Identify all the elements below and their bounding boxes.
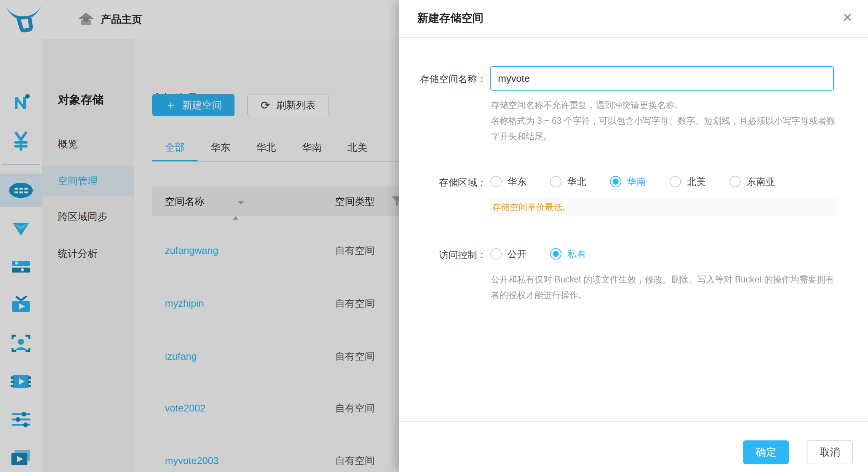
radio-public-label[interactable]: 公开 (507, 248, 527, 260)
access-help: 公开和私有仅对 Bucket 的读文件生效，修改、删除、写入等对 Bucket … (491, 272, 839, 303)
region-radio-group: 华东 华北 华南 北美 东南亚 (490, 175, 799, 188)
bucket-name-label: 存储空间名称： (417, 73, 487, 85)
region-price-note: 存储空间单价最低。 (490, 198, 836, 216)
radio-east-china-label[interactable]: 华东 (507, 175, 527, 188)
create-bucket-drawer: 新建存储空间 ✕ 存储空间名称： 存储空间名称不允许重复，遇到冲突请更换名称。 … (399, 0, 868, 472)
region-label: 存储区域： (417, 176, 487, 189)
radio-private[interactable] (550, 248, 562, 260)
drawer-footer: 确定 取消 (399, 421, 868, 472)
access-label: 访问控制： (417, 249, 487, 261)
bucket-name-input[interactable] (490, 66, 834, 91)
cancel-button[interactable]: 取消 (807, 440, 853, 464)
bucket-name-help-line1: 存储空间名称不允许重复，遇到冲突请更换名称。 (491, 97, 838, 113)
radio-southeast-asia-label[interactable]: 东南亚 (747, 175, 775, 188)
close-icon[interactable]: ✕ (838, 8, 857, 27)
drawer-header: 新建存储空间 ✕ (399, 0, 868, 38)
radio-public[interactable] (490, 248, 502, 260)
drawer-title: 新建存储空间 (417, 11, 483, 26)
radio-north-america[interactable] (670, 176, 681, 187)
confirm-button[interactable]: 确定 (743, 440, 789, 464)
radio-southeast-asia[interactable] (729, 176, 741, 187)
access-radio-group: 公开 私有 (490, 247, 610, 260)
bucket-name-help: 存储空间名称不允许重复，遇到冲突请更换名称。 名称格式为 3 ~ 63 个字符，… (491, 97, 838, 144)
radio-north-america-label[interactable]: 北美 (687, 175, 706, 188)
bucket-name-help-line2: 名称格式为 3 ~ 63 个字符，可以包含小写字母、数字、短划线，且必须以小写字… (491, 113, 838, 144)
radio-south-china-label[interactable]: 华南 (627, 175, 646, 188)
radio-south-china[interactable] (610, 176, 621, 187)
radio-north-china-label[interactable]: 华北 (567, 175, 586, 188)
radio-private-label[interactable]: 私有 (567, 248, 586, 260)
radio-east-china[interactable] (490, 176, 502, 187)
radio-north-china[interactable] (550, 176, 562, 187)
